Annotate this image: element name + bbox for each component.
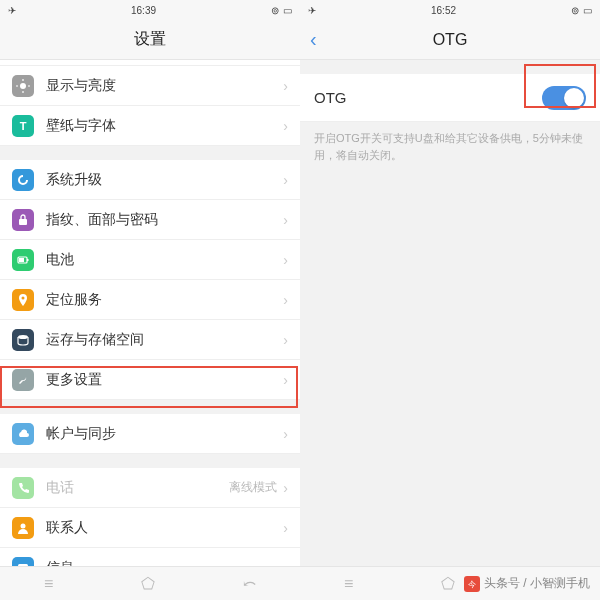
settings-screen: ✈ 16:39 ⊚▭ 设置 显示与亮度›T壁纸与字体›系统升级›指纹、面部与密码… bbox=[0, 0, 300, 600]
back-button[interactable]: ‹ bbox=[310, 28, 317, 51]
otg-toggle[interactable] bbox=[542, 86, 586, 110]
pin-icon bbox=[12, 289, 34, 311]
otg-label: OTG bbox=[314, 89, 347, 106]
settings-row-5[interactable]: 定位服务› bbox=[0, 280, 300, 320]
user-icon bbox=[12, 517, 34, 539]
chevron-right-icon: › bbox=[283, 426, 288, 442]
cloud-icon bbox=[12, 423, 34, 445]
otg-description: 开启OTG开关可支持U盘和给其它设备供电，5分钟未使用，将自动关闭。 bbox=[300, 122, 600, 171]
menu-icon[interactable]: ≡ bbox=[44, 575, 53, 593]
settings-row-10[interactable]: 联系人› bbox=[0, 508, 300, 548]
home-icon[interactable]: ⬠ bbox=[441, 574, 455, 593]
home-icon[interactable]: ⬠ bbox=[141, 574, 155, 593]
lock-icon bbox=[12, 209, 34, 231]
svg-rect-6 bbox=[19, 219, 27, 225]
settings-row-4[interactable]: 电池› bbox=[0, 240, 300, 280]
settings-row-2[interactable]: 系统升级› bbox=[0, 160, 300, 200]
status-bar: ✈ 16:52 ⊚▭ bbox=[300, 0, 600, 20]
nav-buttons: ≡ ⬠ ⤺ bbox=[0, 566, 300, 600]
chevron-right-icon: › bbox=[283, 172, 288, 188]
navbar: 设置 bbox=[0, 20, 300, 60]
wifi-icon: ⊚ bbox=[271, 5, 279, 16]
row-label: 联系人 bbox=[46, 519, 283, 537]
chevron-right-icon: › bbox=[283, 252, 288, 268]
status-time: 16:52 bbox=[431, 5, 456, 16]
settings-row-8[interactable]: 帐户与同步› bbox=[0, 414, 300, 454]
battery-icon: ▭ bbox=[583, 5, 592, 16]
wifi-icon: ⊚ bbox=[571, 5, 579, 16]
otg-row: OTG bbox=[300, 74, 600, 122]
refresh-icon bbox=[12, 169, 34, 191]
disk-icon bbox=[12, 329, 34, 351]
settings-row-6[interactable]: 运存与存储空间› bbox=[0, 320, 300, 360]
page-title: OTG bbox=[433, 31, 468, 49]
chevron-right-icon: › bbox=[283, 372, 288, 388]
row-label: 电话 bbox=[46, 479, 229, 497]
row-label: 更多设置 bbox=[46, 371, 283, 389]
settings-row-1[interactable]: T壁纸与字体› bbox=[0, 106, 300, 146]
watermark: 今 头条号 / 小智测手机 bbox=[464, 575, 590, 592]
status-bar: ✈ 16:39 ⊚▭ bbox=[0, 0, 300, 20]
row-label: 定位服务 bbox=[46, 291, 283, 309]
row-label: 壁纸与字体 bbox=[46, 117, 283, 135]
airplane-icon: ✈ bbox=[8, 5, 16, 16]
row-label: 帐户与同步 bbox=[46, 425, 283, 443]
row-label: 运存与存储空间 bbox=[46, 331, 283, 349]
settings-row-7[interactable]: 更多设置› bbox=[0, 360, 300, 400]
watermark-icon: 今 bbox=[464, 576, 480, 592]
row-label: 系统升级 bbox=[46, 171, 283, 189]
chevron-right-icon: › bbox=[283, 78, 288, 94]
svg-point-0 bbox=[20, 83, 26, 89]
sun-icon bbox=[12, 75, 34, 97]
svg-point-10 bbox=[22, 296, 25, 299]
chevron-right-icon: › bbox=[283, 480, 288, 496]
row-label: 电池 bbox=[46, 251, 283, 269]
back-icon[interactable]: ⤺ bbox=[243, 574, 256, 593]
svg-rect-8 bbox=[27, 259, 29, 261]
row-label: 指纹、面部与密码 bbox=[46, 211, 283, 229]
battery-icon: ▭ bbox=[283, 5, 292, 16]
svg-rect-9 bbox=[19, 258, 24, 262]
navbar: ‹ OTG bbox=[300, 20, 600, 60]
phone-icon bbox=[12, 477, 34, 499]
page-title: 设置 bbox=[134, 29, 166, 50]
battery-icon bbox=[12, 249, 34, 271]
settings-list: 显示与亮度›T壁纸与字体›系统升级›指纹、面部与密码›电池›定位服务›运存与存储… bbox=[0, 60, 300, 588]
status-time: 16:39 bbox=[131, 5, 156, 16]
chevron-right-icon: › bbox=[283, 212, 288, 228]
settings-row-9[interactable]: 电话离线模式› bbox=[0, 468, 300, 508]
menu-icon[interactable]: ≡ bbox=[344, 575, 353, 593]
chevron-right-icon: › bbox=[283, 292, 288, 308]
row-detail: 离线模式 bbox=[229, 479, 277, 496]
svg-text:T: T bbox=[20, 120, 27, 132]
wrench-icon bbox=[12, 369, 34, 391]
T-icon: T bbox=[12, 115, 34, 137]
airplane-icon: ✈ bbox=[308, 5, 316, 16]
svg-point-11 bbox=[18, 335, 28, 339]
chevron-right-icon: › bbox=[283, 118, 288, 134]
settings-row-3[interactable]: 指纹、面部与密码› bbox=[0, 200, 300, 240]
chevron-right-icon: › bbox=[283, 520, 288, 536]
svg-point-12 bbox=[21, 523, 26, 528]
row-label: 显示与亮度 bbox=[46, 77, 283, 95]
svg-text:今: 今 bbox=[468, 580, 476, 589]
chevron-right-icon: › bbox=[283, 332, 288, 348]
otg-screen: ✈ 16:52 ⊚▭ ‹ OTG OTG 开启OTG开关可支持U盘和给其它设备供… bbox=[300, 0, 600, 600]
settings-row-0[interactable]: 显示与亮度› bbox=[0, 66, 300, 106]
